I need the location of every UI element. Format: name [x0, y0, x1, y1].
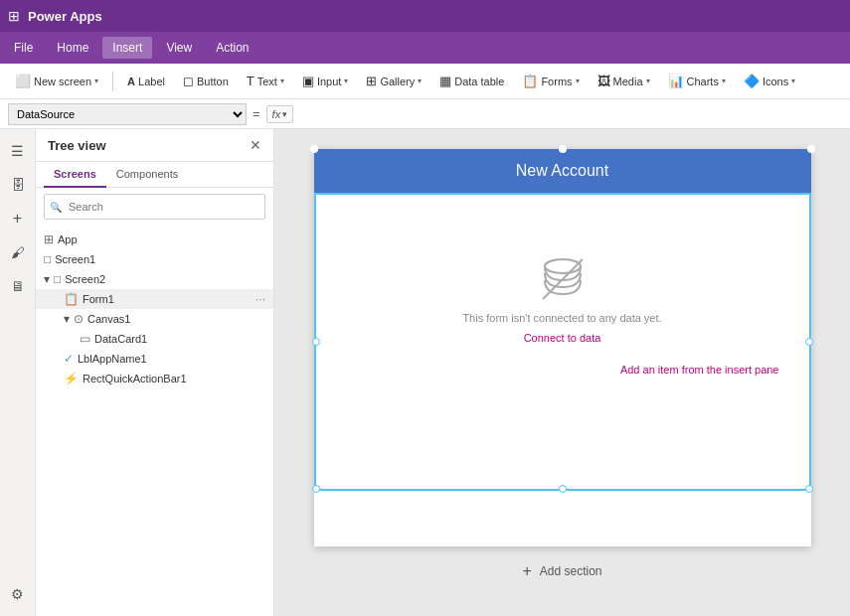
handle-bl[interactable] [312, 485, 320, 493]
tree-title: Tree view [48, 138, 106, 153]
toolbar-sep-1 [112, 72, 113, 91]
equals-sign: = [253, 106, 260, 121]
input-button[interactable]: ▣ Input ▾ [295, 71, 355, 91]
tree-item-label: RectQuickActionBar1 [83, 373, 187, 385]
search-input[interactable] [44, 194, 265, 220]
menu-action[interactable]: Action [206, 37, 258, 59]
tree-tabs: Screens Components [36, 162, 273, 188]
tree-search [36, 188, 273, 226]
app-icon: ⊞ [44, 232, 54, 246]
add-section[interactable]: + Add section [522, 554, 601, 588]
app-name: Power Apps [28, 9, 102, 24]
add-item-text: Add an item from the insert pane [336, 364, 789, 376]
tab-components[interactable]: Components [106, 162, 188, 188]
icons-button[interactable]: 🔷 Icons ▾ [737, 71, 802, 91]
tree-item-screen2[interactable]: ▾ □ Screen2 [36, 269, 273, 289]
tree-item-form1[interactable]: 📋 Form1 ··· [36, 289, 273, 309]
database-icon [538, 254, 588, 304]
rectquickactionbar1-icon: ⚡ [64, 372, 79, 385]
canvas-header: New Account [314, 149, 811, 193]
brush-icon[interactable]: 🖌 [4, 238, 32, 266]
grid-icon: ⊞ [8, 8, 20, 24]
formula-input[interactable] [299, 108, 842, 120]
tree-item-label: Screen2 [65, 273, 105, 285]
monitor-icon[interactable]: 🖥 [4, 272, 32, 300]
tree-item-screen1[interactable]: □ Screen1 [36, 249, 273, 269]
new-screen-button[interactable]: ⬜ New screen ▾ [8, 71, 105, 91]
main-area: ☰ 🗄 + 🖌 🖥 ⚙ Tree view ✕ Screens Componen… [0, 129, 850, 616]
not-connected-text: This form isn't connected to any data ye… [462, 312, 661, 324]
tree-item-datacard1[interactable]: ▭ DataCard1 [36, 329, 273, 349]
screen1-icon: □ [44, 252, 51, 266]
label-button[interactable]: A Label [120, 73, 172, 90]
canvas1-icon: ⊙ [74, 312, 84, 326]
gallery-button[interactable]: ⊞ Gallery ▾ [359, 71, 428, 91]
form1-icon: 📋 [64, 292, 79, 306]
toolbar: ⬜ New screen ▾ A Label ◻ Button T Text ▾… [0, 64, 850, 99]
tree-item-label: LblAppName1 [78, 353, 147, 365]
tree-item-canvas1[interactable]: ▾ ⊙ Canvas1 [36, 309, 273, 329]
db-icon-area: This form isn't connected to any data ye… [336, 215, 789, 364]
menu-file[interactable]: File [4, 37, 43, 59]
tree-item-label: Screen1 [55, 253, 95, 265]
fx-button[interactable]: fx ▾ [266, 105, 294, 123]
canvas-body[interactable]: This form isn't connected to any data ye… [314, 193, 811, 491]
handle-tr[interactable] [807, 145, 815, 153]
handle-tl[interactable] [310, 145, 318, 153]
title-bar: ⊞ Power Apps [0, 0, 850, 32]
menu-home[interactable]: Home [47, 37, 98, 59]
media-button[interactable]: 🖼 Media ▾ [591, 71, 657, 91]
button-button[interactable]: ◻ Button [176, 71, 236, 91]
datacard1-icon: ▭ [80, 332, 90, 346]
lblappname1-icon: ✓ [64, 352, 74, 366]
tree-panel: Tree view ✕ Screens Components ⊞ App □ S… [36, 129, 274, 616]
tab-screens[interactable]: Screens [44, 162, 106, 188]
tree-item-rectquickactionbar1[interactable]: ⚡ RectQuickActionBar1 [36, 369, 273, 388]
screen2-icon: □ [54, 272, 61, 286]
app-canvas: New Account [314, 149, 811, 546]
menu-view[interactable]: View [156, 37, 202, 59]
hamburger-icon[interactable]: ☰ [4, 137, 32, 165]
canvas-area[interactable]: New Account [274, 129, 850, 616]
tree-item-label: Canvas1 [87, 313, 130, 325]
connect-link[interactable]: Connect to data [524, 332, 601, 344]
data-table-button[interactable]: ▦ Data table [432, 71, 511, 91]
handle-right[interactable] [805, 338, 813, 346]
handle-tm[interactable] [559, 145, 567, 153]
handle-br[interactable] [805, 485, 813, 493]
data-icon[interactable]: 🗄 [4, 171, 32, 199]
chevron-down-icon: ▾ [44, 272, 50, 286]
add-icon[interactable]: + [4, 205, 32, 232]
tree-header: Tree view ✕ [36, 129, 273, 162]
settings-icon[interactable]: ⚙ [4, 580, 32, 608]
tree-item-app[interactable]: ⊞ App [36, 230, 273, 249]
more-button[interactable]: ··· [255, 292, 265, 306]
handle-bm[interactable] [559, 485, 567, 493]
charts-button[interactable]: 📊 Charts ▾ [661, 71, 733, 91]
canvas-header-title: New Account [516, 162, 608, 180]
tree-items: ⊞ App □ Screen1 ▾ □ Screen2 📋 Form1 ··· [36, 226, 273, 616]
forms-button[interactable]: 📋 Forms ▾ [515, 71, 586, 91]
close-button[interactable]: ✕ [250, 137, 261, 153]
chevron-down-icon: ▾ [64, 312, 70, 326]
add-section-label: Add section [540, 564, 602, 578]
tree-item-label: Form1 [83, 293, 114, 305]
tree-item-lblappname1[interactable]: ✓ LblAppName1 [36, 349, 273, 369]
text-button[interactable]: T Text ▾ [240, 71, 291, 91]
datasource-select[interactable]: DataSource [8, 103, 247, 125]
add-section-icon: + [522, 562, 531, 580]
tree-item-label: App [58, 233, 78, 245]
sidebar-icons: ☰ 🗄 + 🖌 🖥 ⚙ [0, 129, 36, 616]
menu-insert[interactable]: Insert [102, 37, 152, 59]
handle-left[interactable] [312, 338, 320, 346]
menu-bar: File Home Insert View Action [0, 32, 850, 64]
formula-bar: DataSource = fx ▾ [0, 99, 850, 129]
tree-item-label: DataCard1 [94, 333, 147, 345]
